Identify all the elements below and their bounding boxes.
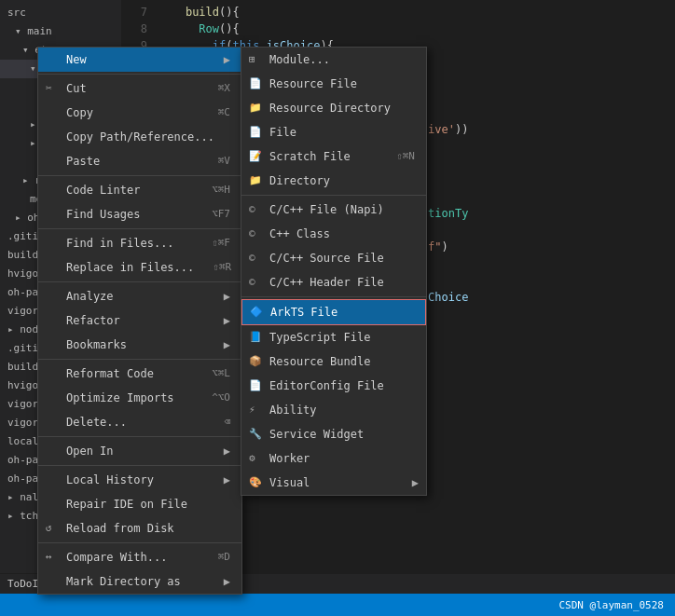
- menu-item-replace-in-files[interactable]: Replace in Files... ⇧⌘R: [38, 255, 241, 280]
- menu-item-typescript[interactable]: 📘 TypeScript File: [241, 325, 426, 349]
- separator-3: [38, 228, 241, 229]
- compare-icon: ↔: [46, 548, 61, 567]
- local-history-arrow: ▶: [224, 471, 230, 489]
- separator-4: [38, 281, 241, 282]
- reload-icon: ↺: [46, 519, 61, 538]
- new-separator-1: [241, 195, 426, 196]
- service-widget-icon: 🔧: [249, 425, 264, 444]
- status-bar-right-text: CSDN @layman_0528: [558, 599, 664, 611]
- menu-item-optimize-imports[interactable]: Optimize Imports ^⌥O: [38, 386, 241, 410]
- menu-item-cpp-header[interactable]: © C/C++ Header File: [241, 270, 426, 294]
- menu-item-bookmarks[interactable]: Bookmarks ▶: [38, 333, 241, 357]
- menu-item-repair-ide[interactable]: Repair IDE on File: [38, 492, 241, 516]
- menu-item-scratch-file[interactable]: 📝 Scratch File ⇧⌘N: [241, 144, 426, 169]
- menu-item-paste[interactable]: Paste ⌘V: [38, 149, 241, 173]
- menu-item-directory[interactable]: 📁 Directory: [241, 169, 426, 193]
- worker-icon: ⚙: [249, 449, 264, 468]
- cpp-header-icon: ©: [249, 273, 264, 292]
- separator-5: [38, 359, 241, 360]
- sidebar-item-main[interactable]: main: [0, 22, 121, 41]
- module-icon: ⊞: [249, 50, 264, 69]
- menu-item-analyze[interactable]: Analyze ▶: [38, 284, 241, 308]
- menu-item-find-in-files[interactable]: Find in Files... ⇧⌘F: [38, 231, 241, 255]
- open-in-arrow: ▶: [224, 442, 230, 460]
- menu-item-mark-directory[interactable]: Mark Directory as ▶: [38, 569, 241, 594]
- cpp-source-icon: ©: [249, 249, 264, 267]
- visual-arrow: ▶: [412, 473, 419, 492]
- new-submenu-arrow: ▶: [224, 50, 230, 69]
- menu-item-editorconfig[interactable]: 📄 EditorConfig File: [241, 374, 426, 398]
- resource-file-icon: 📄: [249, 75, 264, 93]
- menu-item-reload-disk[interactable]: ↺ Reload from Disk: [38, 516, 241, 541]
- new-submenu-panel: ⊞ Module... 📄 Resource File 📁 Resource D…: [241, 47, 427, 496]
- menu-item-open-in[interactable]: Open In ▶: [38, 439, 241, 463]
- mark-dir-arrow: ▶: [224, 572, 230, 591]
- separator-2: [38, 175, 241, 176]
- menu-item-reformat[interactable]: Reformat Code ⌥⌘L: [38, 362, 241, 386]
- menu-item-ability[interactable]: ⚡ Ability: [241, 398, 426, 422]
- resource-dir-icon: 📁: [249, 99, 264, 117]
- analyze-arrow: ▶: [224, 287, 230, 306]
- status-bar: CSDN @layman_0528: [0, 594, 675, 616]
- cpp-class-icon: ©: [249, 225, 264, 243]
- new-separator-2: [241, 296, 426, 297]
- menu-item-module[interactable]: ⊞ Module...: [241, 48, 426, 72]
- menu-item-delete[interactable]: Delete... ⌫: [38, 410, 241, 434]
- code-line-8: 8 Row(){: [129, 21, 668, 37]
- menu-item-arkts[interactable]: 🔷 ArkTS File: [241, 299, 426, 325]
- bookmarks-arrow: ▶: [224, 335, 230, 354]
- separator-1: [38, 74, 241, 75]
- menu-item-copy[interactable]: Copy ⌘C: [38, 101, 241, 125]
- menu-item-cpp-source[interactable]: © C/C++ Source File: [241, 246, 426, 270]
- menu-item-cpp-class[interactable]: © C++ Class: [241, 222, 426, 246]
- menu-item-resource-file[interactable]: 📄 Resource File: [241, 72, 426, 96]
- menu-item-cpp-napi[interactable]: © C/C++ File (Napi): [241, 198, 426, 222]
- visual-icon: 🎨: [249, 473, 264, 492]
- separator-6: [38, 436, 241, 437]
- scratch-icon: 📝: [249, 147, 264, 166]
- code-line-7: 7 build(){: [129, 4, 668, 21]
- menu-item-file[interactable]: 📄 File: [241, 120, 426, 144]
- menu-item-resource-dir[interactable]: 📁 Resource Directory: [241, 96, 426, 120]
- refactor-arrow: ▶: [224, 311, 230, 330]
- menu-item-find-usages[interactable]: Find Usages ⌥F7: [38, 202, 241, 226]
- menu-item-resource-bundle[interactable]: 📦 Resource Bundle: [241, 349, 426, 374]
- main-context-menu: New ▶ ✂ Cut ⌘X Copy ⌘C Copy Path/Referen…: [37, 47, 242, 595]
- ability-icon: ⚡: [249, 401, 264, 419]
- menu-item-local-history[interactable]: Local History ▶: [38, 468, 241, 492]
- menu-item-refactor[interactable]: Refactor ▶: [38, 308, 241, 333]
- file-icon: 📄: [249, 123, 264, 142]
- cut-icon: ✂: [46, 79, 61, 98]
- arkts-icon: 🔷: [250, 303, 265, 322]
- separator-7: [38, 465, 241, 466]
- resource-bundle-icon: 📦: [249, 352, 264, 371]
- directory-icon: 📁: [249, 171, 264, 190]
- editorconfig-icon: 📄: [249, 376, 264, 395]
- menu-item-copy-path[interactable]: Copy Path/Reference...: [38, 125, 241, 149]
- menu-item-code-linter[interactable]: Code Linter ⌥⌘H: [38, 178, 241, 202]
- typescript-icon: 📘: [249, 328, 264, 347]
- menu-item-worker[interactable]: ⚙ Worker: [241, 446, 426, 471]
- cpp-napi-icon: ©: [249, 200, 264, 219]
- menu-item-new[interactable]: New ▶: [38, 48, 241, 72]
- menu-item-compare-with[interactable]: ↔ Compare With... ⌘D: [38, 545, 241, 569]
- separator-8: [38, 542, 241, 543]
- sidebar-item-src[interactable]: src: [0, 4, 121, 22]
- menu-item-service-widget[interactable]: 🔧 Service Widget: [241, 422, 426, 446]
- menu-item-visual[interactable]: 🎨 Visual ▶: [241, 471, 426, 495]
- menu-item-cut[interactable]: ✂ Cut ⌘X: [38, 76, 241, 101]
